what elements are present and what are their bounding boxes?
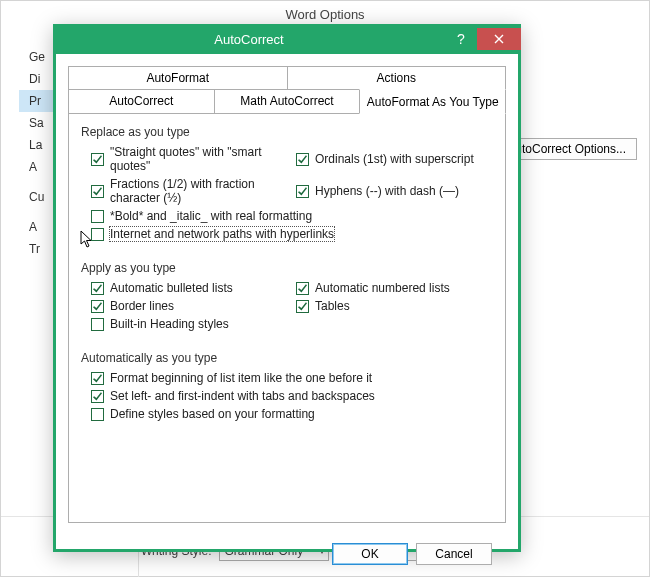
checkbox[interactable] <box>91 228 104 241</box>
checkbox[interactable] <box>91 185 104 198</box>
checkbox[interactable] <box>91 282 104 295</box>
checkbox[interactable] <box>91 408 104 421</box>
opt-label: Automatic bulleted lists <box>110 281 233 295</box>
opt-set-indent[interactable]: Set left- and first-indent with tabs and… <box>91 389 493 403</box>
opt-auto-numbered[interactable]: Automatic numbered lists <box>296 281 493 295</box>
checkbox[interactable] <box>91 210 104 223</box>
tab-autoformat[interactable]: AutoFormat <box>68 66 288 89</box>
checkbox[interactable] <box>91 390 104 403</box>
checkbox[interactable] <box>296 300 309 313</box>
dialog-titlebar[interactable]: AutoCorrect ? <box>53 24 521 54</box>
opt-border-lines[interactable]: Border lines <box>91 299 288 313</box>
opt-label: Tables <box>315 299 350 313</box>
opt-label: Set left- and first-indent with tabs and… <box>110 389 375 403</box>
tab-math-autocorrect[interactable]: Math AutoCorrect <box>214 90 361 114</box>
dialog-buttons: OK Cancel <box>68 533 506 565</box>
opt-label: Hyphens (--) with dash (—) <box>315 184 459 198</box>
opt-define-styles[interactable]: Define styles based on your formatting <box>91 407 493 421</box>
opt-label: *Bold* and _italic_ with real formatting <box>110 209 312 223</box>
opt-format-beginning[interactable]: Format beginning of list item like the o… <box>91 371 493 385</box>
checkbox[interactable] <box>296 185 309 198</box>
opt-heading-styles[interactable]: Built-in Heading styles <box>91 317 493 331</box>
checkbox[interactable] <box>91 300 104 313</box>
opt-label: Ordinals (1st) with superscript <box>315 152 474 166</box>
opt-label: Format beginning of list item like the o… <box>110 371 372 385</box>
tab-panel: Replace as you type "Straight quotes" wi… <box>68 113 506 523</box>
tab-autoformat-as-you-type[interactable]: AutoFormat As You Type <box>359 89 506 114</box>
tab-autocorrect[interactable]: AutoCorrect <box>68 90 215 114</box>
close-icon <box>494 34 504 44</box>
opt-straight-quotes[interactable]: "Straight quotes" with "smart quotes" <box>91 145 288 173</box>
checkbox[interactable] <box>91 372 104 385</box>
opt-hyphens[interactable]: Hyphens (--) with dash (—) <box>296 177 493 205</box>
opt-label: Built-in Heading styles <box>110 317 229 331</box>
opt-auto-bulleted[interactable]: Automatic bulleted lists <box>91 281 288 295</box>
checkbox[interactable] <box>91 153 104 166</box>
dialog-body: AutoFormat Actions AutoCorrect Math Auto… <box>56 54 518 565</box>
autocorrect-dialog: AutoCorrect ? AutoFormat Actions AutoCor… <box>53 24 521 552</box>
checkbox[interactable] <box>91 318 104 331</box>
opt-label: Internet and network paths with hyperlin… <box>110 227 334 241</box>
tab-actions[interactable]: Actions <box>287 66 507 89</box>
opt-label: Define styles based on your formatting <box>110 407 315 421</box>
close-button[interactable] <box>477 28 521 50</box>
dialog-tabs: AutoFormat Actions AutoCorrect Math Auto… <box>68 66 506 523</box>
opt-ordinals[interactable]: Ordinals (1st) with superscript <box>296 145 493 173</box>
group-replace-label: Replace as you type <box>81 125 493 139</box>
opt-label: Fractions (1/2) with fraction character … <box>110 177 288 205</box>
group-apply-label: Apply as you type <box>81 261 493 275</box>
ok-button[interactable]: OK <box>332 543 408 565</box>
opt-label: "Straight quotes" with "smart quotes" <box>110 145 288 173</box>
opt-fractions[interactable]: Fractions (1/2) with fraction character … <box>91 177 288 205</box>
opt-label: Border lines <box>110 299 174 313</box>
help-button[interactable]: ? <box>445 28 477 50</box>
opt-tables[interactable]: Tables <box>296 299 493 313</box>
dialog-title: AutoCorrect <box>53 32 445 47</box>
group-auto-label: Automatically as you type <box>81 351 493 365</box>
autocorrect-options-button[interactable]: utoCorrect Options... <box>504 138 637 160</box>
cancel-button[interactable]: Cancel <box>416 543 492 565</box>
checkbox[interactable] <box>296 153 309 166</box>
checkbox[interactable] <box>296 282 309 295</box>
opt-bold-italic[interactable]: *Bold* and _italic_ with real formatting <box>91 209 493 223</box>
opt-label: Automatic numbered lists <box>315 281 450 295</box>
opt-internet-paths[interactable]: Internet and network paths with hyperlin… <box>91 227 493 241</box>
